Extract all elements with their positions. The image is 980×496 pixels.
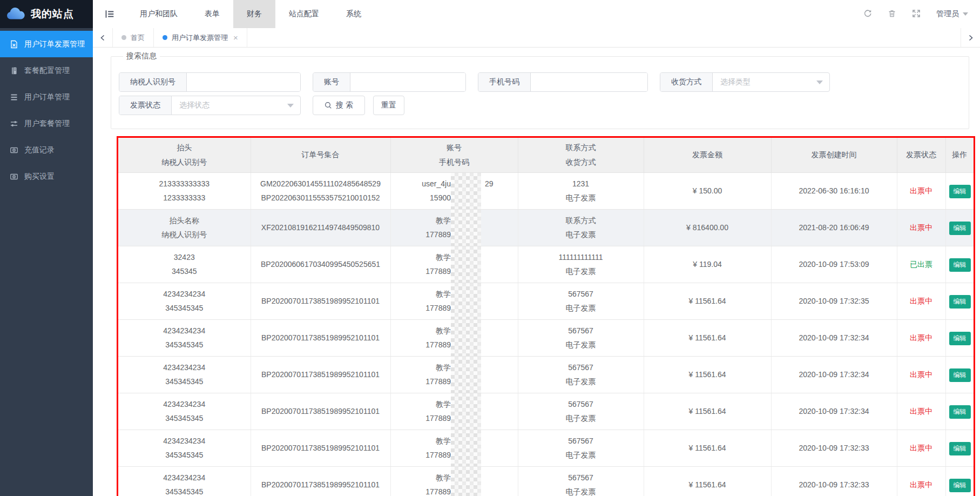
table-row: 32423345345BP20200606170340995450525651教… [118, 246, 974, 283]
cell-title-taxid: 32423345345 [118, 246, 251, 283]
edit-button[interactable]: 编辑 [949, 295, 971, 309]
invoice-title: 4234234234 [121, 434, 247, 448]
sidebar-item-2[interactable]: 用户订单管理 [0, 84, 93, 110]
invoice-title: 4234234234 [121, 360, 247, 374]
top-bar: 用户和团队表单财务站点配置系统 管理员 [93, 0, 980, 28]
edit-button[interactable]: 编辑 [949, 442, 971, 455]
phone-input[interactable] [531, 73, 647, 91]
sidebar-item-1[interactable]: 套餐配置管理 [0, 57, 93, 84]
order-number: XF20210819162114974849509810 [254, 220, 387, 234]
action-icons [863, 9, 922, 19]
delivery-method: 电子发票 [522, 191, 640, 205]
edit-button[interactable]: 编辑 [949, 332, 971, 345]
fullscreen-button[interactable] [912, 9, 922, 19]
status-badge: 出票中 [910, 333, 932, 342]
cell-amount: ¥ 119.04 [644, 246, 771, 283]
order-number: BP20200701173851989952101101 [254, 404, 387, 418]
phone-visible: 177889 [395, 301, 451, 315]
delivery-method-select[interactable]: 收货方式 选择类型 [660, 72, 830, 92]
user-menu[interactable]: 管理员 [936, 9, 968, 19]
account-visible: 教学 [395, 360, 451, 374]
edit-button[interactable]: 编辑 [949, 222, 971, 235]
account-suffix: 29 [481, 177, 513, 191]
account-visible: 教学 [395, 434, 451, 448]
topnav-item-1[interactable]: 表单 [191, 0, 233, 28]
invoice-title: 213333333333 [121, 177, 247, 191]
cell-actions: 编辑 [945, 246, 974, 283]
column-header-4: 发票金额 [644, 138, 771, 172]
invoice-created-time: 2020-10-09 17:32:33 [775, 478, 894, 492]
reset-button[interactable]: 重置 [373, 96, 404, 115]
invoice-file-icon [10, 40, 18, 49]
sidebar-item-0[interactable]: 用户订单发票管理 [0, 31, 93, 57]
sidebar-item-3[interactable]: 用户套餐管理 [0, 110, 93, 137]
column-header-6: 发票状态 [897, 138, 945, 172]
invoice-status-select[interactable]: 发票状态 选择状态 [119, 96, 301, 115]
censor-mosaic [451, 319, 481, 356]
taxpayer-id: 1233333333 [121, 191, 247, 205]
taxpayer-id: 345345345 [121, 301, 247, 315]
cell-account-phone: 教学177889 [390, 283, 518, 319]
cell-order-numbers: BP20200701173851989952101101 [251, 430, 390, 466]
account-visible: 教学 [395, 397, 451, 411]
censor-mosaic [451, 466, 481, 496]
contact-info: 567567 [522, 324, 640, 338]
topnav-item-3[interactable]: 站点配置 [275, 0, 333, 28]
tabs-scroll-right-button[interactable] [961, 28, 980, 47]
phone-visible: 177889 [395, 374, 451, 388]
phone-visible: 177889 [395, 227, 451, 242]
search-button-label: 搜 索 [336, 100, 353, 110]
edit-button[interactable]: 编辑 [949, 368, 971, 382]
cell-order-numbers: GM20220630145511102485648529BP2022063011… [251, 172, 390, 209]
cell-order-numbers: BP20200701173851989952101101 [251, 393, 390, 430]
edit-button[interactable]: 编辑 [949, 185, 971, 198]
sidebar-item-label: 购买设置 [24, 172, 55, 182]
tabs-scroll-left-button[interactable] [93, 28, 112, 47]
search-row-2: 发票状态 选择状态 搜 索 重置 [119, 96, 969, 115]
account-visible: 教学 [395, 471, 451, 485]
sidebar-item-4[interactable]: 充值记录 [0, 137, 93, 163]
censor-mosaic [451, 356, 481, 393]
tab-1[interactable]: 用户订单发票管理× [154, 28, 247, 47]
cell-contact-delivery: 111111111111电子发票 [518, 246, 644, 283]
search-button[interactable]: 搜 索 [313, 96, 365, 115]
invoice-title: 抬头名称 [121, 213, 247, 227]
table-row: 4234234234345345345BP2020070117385198995… [118, 393, 974, 430]
sidebar-item-5[interactable]: 购买设置 [0, 163, 93, 190]
cell-account-phone: 教学177889 [390, 466, 518, 496]
taxpayer-id: 纳税人识别号 [121, 227, 247, 242]
edit-button[interactable]: 编辑 [949, 258, 971, 272]
contact-info: 联系方式 [522, 213, 640, 227]
account-visible: 教学 [395, 250, 451, 264]
edit-button[interactable]: 编辑 [949, 479, 971, 492]
column-header-0: 抬头纳税人识别号 [118, 138, 251, 172]
taxpayer-id-input[interactable] [187, 73, 300, 91]
cell-account-phone: 教学177889 [390, 393, 518, 430]
close-tab-icon[interactable]: × [233, 33, 238, 42]
trash-button[interactable] [888, 9, 897, 19]
sidebar-collapse-button[interactable] [93, 0, 126, 28]
top-nav: 用户和团队表单财务站点配置系统 [126, 0, 375, 28]
refresh-button[interactable] [863, 9, 873, 19]
cell-contact-delivery: 567567电子发票 [518, 466, 644, 496]
order-number: GM20220630145511102485648529 [254, 177, 387, 191]
top-bar-actions: 管理员 [863, 0, 980, 28]
topnav-item-label: 站点配置 [289, 9, 319, 19]
cell-title-taxid: 4234234234345345345 [118, 319, 251, 356]
delivery-method-label: 收货方式 [660, 73, 713, 91]
tab-label: 首页 [131, 33, 145, 43]
sidebar-item-label: 用户套餐管理 [24, 119, 70, 129]
order-number: BP20220630115553575210010152 [254, 191, 387, 205]
account-input[interactable] [350, 73, 465, 91]
topnav-item-4[interactable]: 系统 [333, 0, 375, 28]
taxpayer-id: 345345345 [121, 374, 247, 388]
edit-button[interactable]: 编辑 [949, 405, 971, 419]
topnav-item-2[interactable]: 财务 [233, 0, 275, 28]
tab-0[interactable]: 首页 [112, 28, 154, 47]
invoice-amount: ¥ 11561.64 [647, 478, 768, 492]
topnav-item-0[interactable]: 用户和团队 [126, 0, 191, 28]
user-menu-label: 管理员 [936, 9, 959, 19]
cell-order-numbers: XF20210819162114974849509810 [251, 209, 390, 246]
tab-label: 用户订单发票管理 [172, 33, 228, 43]
cell-order-numbers: BP20200701173851989952101101 [251, 319, 390, 356]
